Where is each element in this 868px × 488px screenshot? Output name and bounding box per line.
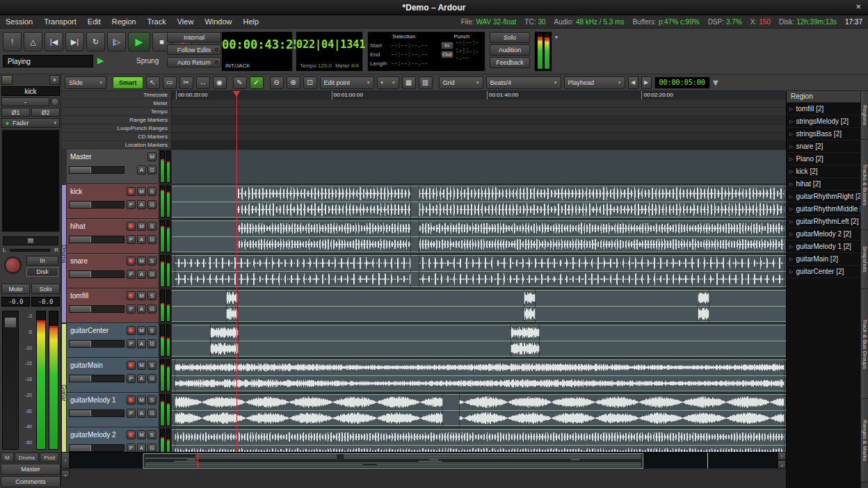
playlist-button[interactable]: P [127, 304, 136, 314]
draw-tool[interactable]: ✎ [233, 76, 247, 89]
record-arm-button[interactable] [127, 222, 136, 231]
ruler-strip-tempo[interactable] [172, 108, 786, 116]
track-name-label[interactable]: guitarMelody 1 [70, 396, 116, 404]
gain-fader-handle[interactable] [4, 317, 17, 328]
track-group-button[interactable]: G [147, 374, 156, 383]
punch-out-button[interactable]: Out [441, 51, 453, 58]
record-enable-knob[interactable] [4, 257, 22, 274]
expander-icon[interactable]: ▷ [789, 106, 793, 112]
track-gain-slider[interactable] [69, 201, 124, 209]
ruler-strip-loop-punch-ranges[interactable] [172, 124, 786, 133]
editor-canvas[interactable] [172, 149, 786, 452]
track-thumbnail-icon[interactable] [1, 75, 13, 85]
edit-tool[interactable]: ✓ [250, 76, 264, 89]
track-mute-button[interactable]: M [137, 361, 146, 370]
track-gain-slider[interactable] [69, 340, 124, 348]
track-name-label[interactable]: guitarMain [70, 361, 103, 369]
group-strip-guitar[interactable]: Guitar [61, 323, 67, 452]
menu-window[interactable]: Window [199, 15, 237, 29]
input-monitor-button[interactable]: In [26, 256, 58, 266]
track-header-snare[interactable]: snareMSPAG [67, 254, 159, 288]
primary-clock[interactable]: 00:00:43:25 INT/JACK [221, 31, 293, 72]
goto-start-button[interactable]: |◀ [45, 32, 63, 51]
menu-region[interactable]: Region [106, 15, 142, 29]
solo-global-button[interactable]: Solo [490, 32, 530, 43]
processor-box[interactable] [1, 129, 60, 232]
track-name-label[interactable]: snare [70, 257, 88, 265]
ruler-label-range-markers[interactable]: Range Markers [61, 116, 171, 124]
side-tab-snapshots[interactable]: Snapshots [861, 230, 868, 289]
track-gain-slider[interactable] [69, 444, 124, 452]
track-solo-button[interactable]: S [147, 430, 156, 439]
track-mute-button[interactable]: M [137, 396, 146, 405]
ruler-strip-location-markers[interactable] [172, 141, 786, 149]
playhead-dropdown[interactable]: Playhead▾ [564, 76, 625, 89]
track-mute-button[interactable]: M [137, 291, 146, 300]
smart-mode-toggle[interactable]: Smart [113, 76, 143, 89]
track-group-button[interactable]: G [147, 304, 156, 314]
ruler-strip-meter[interactable] [172, 99, 786, 108]
gain-display[interactable]: -0.0 [1, 297, 30, 307]
track-name-label[interactable]: guitarCenter [70, 327, 108, 334]
track-mute-button[interactable]: M [137, 430, 146, 439]
ruler-strip-range-markers[interactable] [172, 116, 786, 124]
track-group-button[interactable]: G [147, 165, 156, 174]
track-name-label[interactable]: kick [70, 188, 82, 195]
meter-value[interactable]: 4/4 [351, 63, 359, 69]
track-header-tomfill[interactable]: tomfillMSPAG [67, 288, 159, 323]
cut-tool[interactable]: ✂ [179, 76, 193, 89]
expander-icon[interactable]: ▷ [789, 181, 793, 187]
track-header-guitarmelody-1[interactable]: guitarMelody 1MSPAG [67, 393, 159, 428]
goto-end-button[interactable]: ▶| [65, 32, 84, 51]
track-solo-button[interactable]: S [147, 222, 156, 231]
summary-expand-button[interactable]: ⌄ [778, 460, 786, 469]
playlist-button[interactable]: P [127, 270, 136, 279]
playlist-button[interactable]: P [127, 235, 136, 244]
summary-scroll-right-button[interactable]: › [778, 452, 786, 460]
play-range-button[interactable]: |▷ [107, 32, 126, 51]
summary-scroll-left-button[interactable]: ‹ [61, 452, 70, 469]
note-value-dropdown[interactable]: •▾ [377, 76, 399, 89]
record-arm-button[interactable] [127, 326, 136, 335]
summary-overview[interactable] [70, 452, 778, 470]
regions-header[interactable]: Region [787, 91, 860, 103]
region-item-guitarrhythmmiddle-2[interactable]: ▷guitarRhythmMiddle [2] [787, 203, 860, 215]
ruler-label-meter[interactable]: Meter [61, 99, 171, 108]
track-group-button[interactable]: G [147, 409, 156, 418]
expander-icon[interactable]: ▷ [789, 244, 793, 250]
fader-mode-button[interactable]: Fader ▾ [1, 118, 60, 128]
track-mute-button[interactable]: M [137, 187, 146, 196]
shuttle-mode-label[interactable]: Sprung [136, 57, 159, 65]
playlist-button[interactable]: P [127, 409, 136, 418]
track-automation-button[interactable]: A [137, 339, 146, 348]
punch-in-button[interactable]: In [441, 42, 453, 49]
side-tab-regions[interactable]: Regions [861, 91, 868, 140]
menu-edit[interactable]: Edit [82, 15, 106, 29]
track-solo-button[interactable]: S [147, 396, 156, 405]
region-item-guitarmain-2[interactable]: ▷guitarMain [2] [787, 253, 860, 266]
track-header-guitarcenter[interactable]: guitarCenterMSPAG [67, 323, 159, 358]
summary-collapse-button[interactable]: ⌄ [61, 470, 70, 478]
playhead[interactable] [236, 91, 237, 452]
region-item-guitarrhythmright-2[interactable]: ▷guitarRhythmRight [2] [787, 190, 860, 203]
region-item-piano-2[interactable]: ▷Piano [2] [787, 153, 860, 165]
sync-source-label[interactable]: INT/JACK [225, 63, 250, 69]
strip-tab-post[interactable]: Post [40, 453, 59, 462]
ruler-label-location-markers[interactable]: Location Markers [61, 141, 171, 149]
track-automation-button[interactable]: A [137, 304, 146, 314]
range-tool[interactable]: ▭ [163, 76, 177, 89]
track-solo-button[interactable]: S [147, 257, 156, 266]
midi-panic-button[interactable]: ! [3, 32, 22, 51]
ruler-label-tempo[interactable]: Tempo [61, 108, 171, 116]
play-button[interactable]: ▶ [128, 32, 150, 51]
master-button[interactable]: Master [1, 464, 61, 475]
phase-button-2[interactable]: Ø2 [31, 108, 60, 117]
region-item-kick-2[interactable]: ▷kick [2] [787, 165, 860, 178]
meter-options-chevron-icon[interactable]: ▾ [555, 34, 558, 40]
expander-icon[interactable]: ▷ [789, 156, 793, 162]
track-mute-button[interactable]: M [137, 222, 146, 231]
internal-button[interactable]: Internal [167, 32, 221, 42]
side-tab-ranges-marks[interactable]: Ranges & Marks [861, 399, 868, 482]
track-mute-button[interactable]: M [137, 257, 146, 266]
side-tab-track-bus-groups[interactable]: Track & Bus Groups [861, 289, 868, 399]
